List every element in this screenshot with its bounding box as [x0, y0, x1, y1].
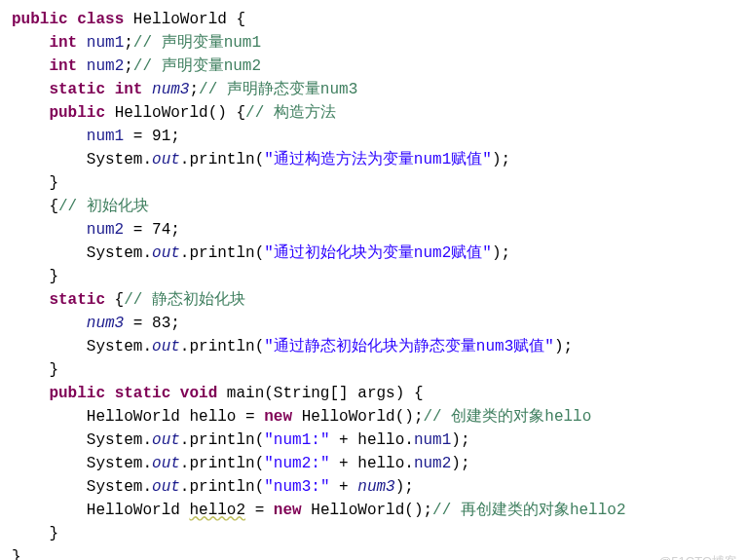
code-block: public class HelloWorld { int num1;// 声明… [12, 8, 735, 560]
field-num2: num2 [87, 221, 124, 239]
assign: = 74; [124, 221, 180, 239]
line-13: static {// 静态初始化块 [12, 291, 245, 309]
keyword-static: static [49, 81, 105, 98]
comment: // 初始化块 [58, 198, 149, 215]
comment: // 声明变量num1 [133, 34, 261, 52]
out: out [152, 431, 180, 449]
decl: HelloWorld [87, 502, 190, 519]
comment: // 静态初始化块 [124, 291, 245, 309]
line-1: public class HelloWorld { [12, 11, 245, 28]
keyword-class: class [77, 11, 124, 28]
comment: // 构造方法 [245, 104, 336, 122]
field-num3: num3 [357, 478, 394, 496]
out: out [152, 338, 180, 355]
brace: { [227, 11, 245, 28]
decl: HelloWorld hello = [87, 408, 264, 426]
line-11: System.out.println("通过初始化块为变量num2赋值"); [12, 244, 510, 262]
comment: // 声明变量num2 [133, 57, 261, 75]
brace: { [105, 291, 124, 309]
out: out [152, 455, 180, 472]
out: out [152, 151, 180, 168]
system: System. [87, 151, 152, 168]
field-num2: num2 [87, 57, 124, 75]
end: ); [492, 151, 510, 168]
out: out [152, 244, 180, 262]
keyword-static: static [49, 291, 105, 309]
line-20: System.out.println("num2:" + hello.num2)… [12, 455, 470, 472]
keyword-int: int [49, 34, 77, 52]
brace: } [49, 268, 58, 285]
plus: + hello. [329, 431, 413, 449]
system: System. [87, 478, 152, 496]
string: "通过构造方法为变量num1赋值" [264, 151, 492, 168]
string: "通过静态初始化块为静态变量num3赋值" [264, 338, 554, 355]
line-5: public HelloWorld() {// 构造方法 [12, 104, 336, 122]
keyword-new: new [274, 502, 302, 519]
brace: } [12, 548, 21, 560]
line-23: } [12, 525, 58, 542]
constructor: HelloWorld() { [115, 104, 245, 122]
class-name: HelloWorld [133, 11, 227, 28]
system: System. [87, 244, 152, 262]
end: ); [451, 431, 469, 449]
keyword-new: new [264, 408, 292, 426]
main-sig: main(String[] args) { [217, 385, 423, 402]
line-18: HelloWorld hello = new HelloWorld();// 创… [12, 408, 591, 426]
out: out [152, 478, 180, 496]
println: .println( [180, 455, 264, 472]
keyword-public: public [49, 104, 105, 122]
end: ); [395, 478, 414, 496]
field-num3: num3 [87, 315, 124, 332]
line-22: HelloWorld hello2 = new HelloWorld();// … [12, 502, 626, 519]
var-hello2: hello2 [189, 502, 245, 519]
semicolon: ; [124, 57, 133, 75]
keyword-void: void [180, 385, 217, 402]
semicolon: ; [124, 34, 133, 52]
field-num1: num1 [87, 34, 124, 52]
plus: + hello. [329, 455, 413, 472]
string: "num1:" [264, 431, 329, 449]
brace: } [49, 174, 58, 192]
string: "通过初始化块为变量num2赋值" [264, 244, 492, 262]
line-3: int num2;// 声明变量num2 [12, 57, 261, 75]
line-8: } [12, 174, 58, 192]
println: .println( [180, 338, 264, 355]
brace: } [49, 361, 58, 379]
line-4: static int num3;// 声明静态变量num3 [12, 81, 357, 98]
field-num1: num1 [414, 431, 451, 449]
line-6: num1 = 91; [12, 128, 180, 145]
assign: = 83; [124, 315, 180, 332]
string: "num2:" [264, 455, 329, 472]
keyword-int: int [49, 57, 77, 75]
line-12: } [12, 268, 58, 285]
system: System. [87, 338, 152, 355]
line-17: public static void main(String[] args) { [12, 385, 423, 402]
brace: { [49, 198, 58, 215]
keyword-public: public [49, 385, 105, 402]
ctor-call: HelloWorld(); [302, 502, 432, 519]
line-7: System.out.println("通过构造方法为变量num1赋值"); [12, 151, 510, 168]
system: System. [87, 455, 152, 472]
println: .println( [180, 431, 264, 449]
line-19: System.out.println("num1:" + hello.num1)… [12, 431, 470, 449]
line-10: num2 = 74; [12, 221, 180, 239]
line-15: System.out.println("通过静态初始化块为静态变量num3赋值"… [12, 338, 573, 355]
end: ); [554, 338, 573, 355]
line-24: } [12, 548, 21, 560]
field-num3: num3 [152, 81, 189, 98]
line-21: System.out.println("num3:" + num3); [12, 478, 414, 496]
println: .println( [180, 478, 264, 496]
plus: + [329, 478, 357, 496]
println: .println( [180, 244, 264, 262]
println: .println( [180, 151, 264, 168]
watermark: @51CTO博客 [658, 552, 737, 561]
keyword-public: public [12, 11, 68, 28]
comment: // 再创建类的对象hello2 [432, 502, 625, 519]
eq: = [245, 502, 274, 519]
ctor-call: HelloWorld(); [292, 408, 423, 426]
string: "num3:" [264, 478, 329, 496]
assign: = 91; [124, 128, 180, 145]
keyword-int: int [115, 81, 143, 98]
brace: } [49, 525, 58, 542]
comment: // 声明静态变量num3 [199, 81, 357, 98]
